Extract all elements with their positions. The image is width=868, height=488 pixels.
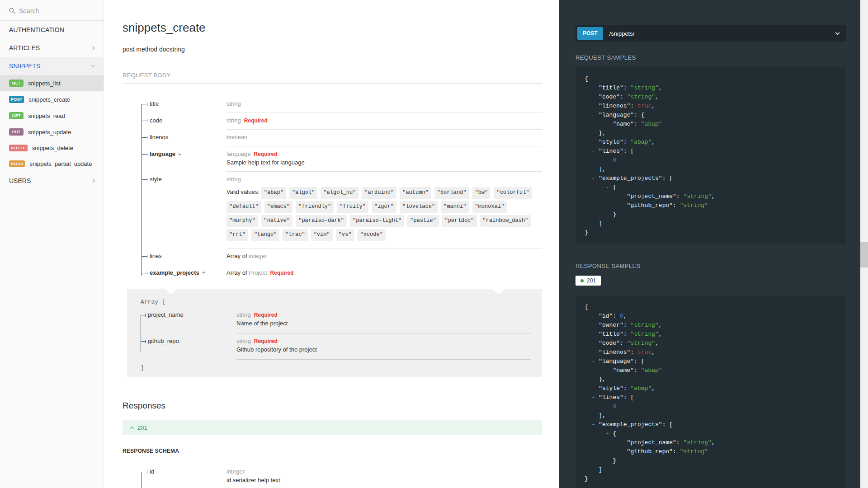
enum-value: "colorful" xyxy=(494,187,532,199)
enum-value: "fruity" xyxy=(337,201,368,213)
operation-label: snippets_delete xyxy=(32,145,73,151)
field-name-expandable[interactable]: language xyxy=(123,146,226,172)
field-row-title: title string xyxy=(123,96,542,113)
sidebar-item-articles[interactable]: ARTICLES xyxy=(0,39,104,57)
response-schema-label: RESPONSE SCHEMA xyxy=(123,448,542,454)
chevron-right-icon xyxy=(91,178,95,183)
field-type: string xyxy=(226,176,241,183)
operation-label: snippets_partial_update xyxy=(29,160,92,167)
field-row-lines: lines Array of integer xyxy=(123,249,542,265)
method-badge-delete: DELETE xyxy=(9,145,28,151)
search-icon xyxy=(9,8,15,14)
enum-value: "igor" xyxy=(372,201,396,213)
panel-notch xyxy=(165,289,177,295)
sidebar-op-snippets-create[interactable]: POST snippets_create xyxy=(0,91,104,108)
page-description: post method docstring xyxy=(123,46,542,53)
field-name: project_name xyxy=(127,307,236,333)
response-code: 201 xyxy=(137,424,147,431)
sidebar-item-label: AUTHENTICATION xyxy=(9,26,64,33)
chevron-down-icon[interactable] xyxy=(835,30,840,35)
field-row-github-repo: github_repo stringRequired Github reposi… xyxy=(127,333,542,360)
sidebar: AUTHENTICATION ARTICLES SNIPPETS GET sni… xyxy=(0,0,104,488)
field-name: linenos xyxy=(123,130,226,146)
enum-value: "murphy" xyxy=(226,215,258,227)
field-type: Project xyxy=(249,269,267,276)
required-flag: Required xyxy=(254,312,278,318)
field-help: Sample help text for language xyxy=(226,159,542,166)
field-help: Name of the project xyxy=(236,320,531,327)
field-type-prefix: Array of xyxy=(226,253,249,259)
sidebar-op-snippets-partial-update[interactable]: PATCH snippets_partial_update xyxy=(0,156,104,172)
enum-value: "emacs" xyxy=(264,201,292,213)
field-name: id xyxy=(123,464,226,488)
sidebar-op-snippets-list[interactable]: GET snippets_list xyxy=(0,75,104,91)
field-help: id serializer help text xyxy=(226,477,542,483)
enum-value: "default" xyxy=(226,201,261,213)
array-item-schema: project_name stringRequired Name of the … xyxy=(127,307,542,360)
sidebar-item-snippets[interactable]: SNIPPETS xyxy=(0,57,104,75)
operation-label: snippets_read xyxy=(28,113,65,119)
valid-values-list: "abap""algol""algol_nu""arduino""autumn"… xyxy=(226,188,535,237)
method-badge-put: PUT xyxy=(9,128,24,136)
method-badge-post: POST xyxy=(577,27,603,40)
search-bar[interactable] xyxy=(0,0,104,21)
enum-value: "pastie" xyxy=(407,215,439,227)
field-name: title xyxy=(123,96,226,113)
enum-value: "vs" xyxy=(336,229,354,241)
sidebar-item-label: ARTICLES xyxy=(9,44,40,52)
response-201-banner[interactable]: 201 xyxy=(123,420,542,435)
method-badge-patch: PATCH xyxy=(9,160,25,167)
samples-panel: POST /snippets/ REQUEST SAMPLES { "title… xyxy=(559,0,860,488)
field-name: style xyxy=(123,172,226,249)
enum-value: "borland" xyxy=(434,187,469,199)
endpoint-path: /snippets/ xyxy=(609,30,635,37)
field-row-linenos: linenos boolean xyxy=(123,130,542,146)
field-row-id: id integer id serializer help text xyxy=(123,464,542,488)
required-flag: Required xyxy=(270,270,294,276)
required-flag: Required xyxy=(254,151,278,157)
sidebar-item-label: SNIPPETS xyxy=(9,62,40,70)
method-badge-get: GET xyxy=(9,80,24,87)
array-open-bracket: Array [ xyxy=(141,299,542,305)
sidebar-op-snippets-update[interactable]: PUT snippets_update xyxy=(0,124,104,140)
sidebar-item-users[interactable]: USERS xyxy=(0,172,104,190)
sidebar-op-snippets-read[interactable]: GET snippets_read xyxy=(0,108,104,124)
endpoint-dropdown[interactable]: POST /snippets/ xyxy=(576,25,846,42)
field-type: integer xyxy=(249,253,267,259)
field-name: github_repo xyxy=(127,333,236,360)
enum-value: "algol_nu" xyxy=(321,187,359,199)
required-flag: Required xyxy=(254,338,278,344)
request-sample-code: { "title": "string", "code": "string", "… xyxy=(576,67,846,244)
sidebar-item-authentication[interactable]: AUTHENTICATION xyxy=(0,21,104,39)
chevron-up-icon xyxy=(130,426,134,430)
request-samples-label: REQUEST SAMPLES xyxy=(576,54,846,61)
field-name-expandable[interactable]: example_projects xyxy=(123,265,226,282)
field-type: string xyxy=(236,338,251,344)
field-type: integer xyxy=(226,468,245,475)
operation-label: snippets_list xyxy=(28,80,61,87)
panel-notch xyxy=(492,289,505,295)
field-type: language xyxy=(226,150,251,157)
field-name: lines xyxy=(123,249,226,265)
response-sample-code: { "id": 0, "owner": "string", "title": "… xyxy=(576,296,846,488)
enum-value: "paraiso-light" xyxy=(350,215,404,227)
response-schema: id integer id serializer help text owner… xyxy=(123,464,542,488)
field-help: Github repository of the project xyxy=(236,346,531,353)
enum-value: "manni" xyxy=(441,201,469,213)
field-row-example-projects: example_projects Array of ProjectRequire… xyxy=(123,265,542,282)
valid-values-label: Valid values: xyxy=(226,188,259,195)
response-code-tab[interactable]: 201 xyxy=(576,276,601,286)
responses-heading: Responses xyxy=(123,401,542,411)
enum-value: "bw" xyxy=(472,187,491,199)
search-input[interactable] xyxy=(19,7,87,14)
enum-value: "algol" xyxy=(289,187,317,199)
chevron-right-icon xyxy=(91,46,95,50)
scrollbar-thumb[interactable] xyxy=(860,242,868,267)
page-scrollbar[interactable] xyxy=(860,0,868,488)
sidebar-op-snippets-delete[interactable]: DELETE snippets_delete xyxy=(0,140,104,156)
enum-value: "tango" xyxy=(251,229,279,241)
request-body-schema: title string code stringRequired linenos… xyxy=(123,96,542,282)
request-body-label: REQUEST BODY xyxy=(123,72,542,84)
enum-value: "arduino" xyxy=(362,187,396,199)
response-code: 201 xyxy=(587,277,596,284)
